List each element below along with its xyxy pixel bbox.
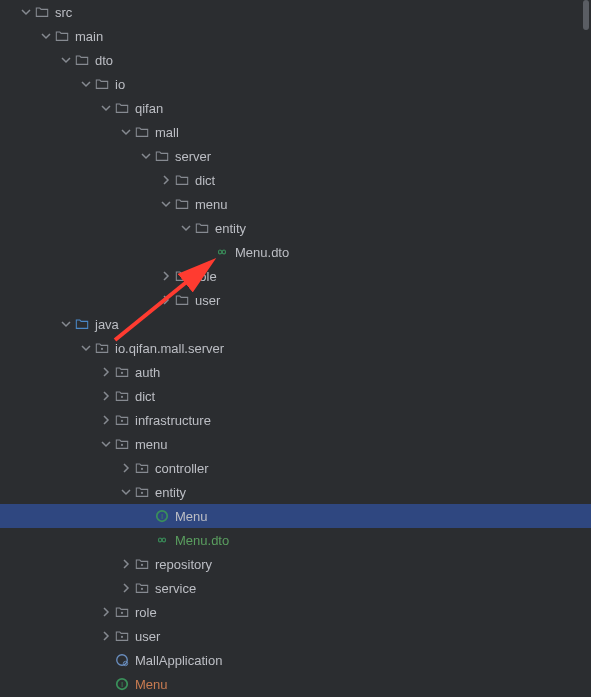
tree-node-label: mall xyxy=(155,125,179,140)
tree-node-auth[interactable]: auth xyxy=(0,360,591,384)
interface-icon: I xyxy=(114,676,130,692)
dto-file-icon xyxy=(154,532,170,548)
dto-file-icon xyxy=(214,244,230,260)
chevron-right-icon[interactable] xyxy=(118,580,134,596)
tree-node-menu[interactable]: menu xyxy=(0,192,591,216)
folder-icon xyxy=(134,124,150,140)
package-icon xyxy=(114,628,130,644)
tree-node-label: Menu.dto xyxy=(175,533,229,548)
tree-node-server[interactable]: server xyxy=(0,144,591,168)
tree-node-service[interactable]: service xyxy=(0,576,591,600)
tree-node-label: server xyxy=(175,149,211,164)
interface-icon: I xyxy=(154,508,170,524)
chevron-down-icon[interactable] xyxy=(58,316,74,332)
chevron-down-icon[interactable] xyxy=(78,76,94,92)
tree-node-label: controller xyxy=(155,461,208,476)
tree-node-label: role xyxy=(195,269,217,284)
tree-node-label: Menu xyxy=(175,509,208,524)
folder-icon xyxy=(114,100,130,116)
tree-node-dict[interactable]: dict xyxy=(0,384,591,408)
svg-point-3 xyxy=(121,420,123,422)
chevron-right-icon[interactable] xyxy=(158,292,174,308)
tree-node-mall[interactable]: mall xyxy=(0,120,591,144)
tree-node-role[interactable]: role xyxy=(0,264,591,288)
folder-icon xyxy=(194,220,210,236)
chevron-down-icon[interactable] xyxy=(18,4,34,20)
package-icon xyxy=(134,556,150,572)
tree-node-label: dict xyxy=(195,173,215,188)
chevron-right-icon[interactable] xyxy=(98,388,114,404)
chevron-down-icon[interactable] xyxy=(38,28,54,44)
tree-node-dict[interactable]: dict xyxy=(0,168,591,192)
tree-node-dto[interactable]: dto xyxy=(0,48,591,72)
chevron-right-icon[interactable] xyxy=(98,412,114,428)
tree-node-user[interactable]: user xyxy=(0,288,591,312)
folder-icon xyxy=(174,196,190,212)
tree-node-user[interactable]: user xyxy=(0,624,591,648)
tree-node-label: io xyxy=(115,77,125,92)
tree-node-entity[interactable]: entity xyxy=(0,216,591,240)
chevron-right-icon[interactable] xyxy=(118,556,134,572)
chevron-down-icon[interactable] xyxy=(138,148,154,164)
chevron-down-icon[interactable] xyxy=(78,340,94,356)
tree-node-label: dict xyxy=(135,389,155,404)
chevron-down-icon[interactable] xyxy=(118,484,134,500)
tree-node-label: java xyxy=(95,317,119,332)
tree-node-menu[interactable]: IMenu xyxy=(0,672,591,696)
chevron-right-icon[interactable] xyxy=(118,460,134,476)
chevron-right-icon[interactable] xyxy=(98,364,114,380)
tree-node-label: io.qifan.mall.server xyxy=(115,341,224,356)
package-icon xyxy=(94,340,110,356)
package-icon xyxy=(134,580,150,596)
chevron-right-icon[interactable] xyxy=(158,268,174,284)
chevron-down-icon[interactable] xyxy=(98,100,114,116)
svg-point-6 xyxy=(141,492,143,494)
tree-node-menu-dto[interactable]: Menu.dto xyxy=(0,528,591,552)
tree-node-label: user xyxy=(195,293,220,308)
tree-node-label: src xyxy=(55,5,72,20)
svg-point-2 xyxy=(121,396,123,398)
package-icon xyxy=(134,460,150,476)
tree-node-label: menu xyxy=(135,437,168,452)
tree-node-label: infrastructure xyxy=(135,413,211,428)
tree-node-label: user xyxy=(135,629,160,644)
chevron-right-icon[interactable] xyxy=(98,604,114,620)
tree-node-io[interactable]: io xyxy=(0,72,591,96)
tree-node-qifan[interactable]: qifan xyxy=(0,96,591,120)
tree-node-menu[interactable]: menu xyxy=(0,432,591,456)
tree-node-java[interactable]: java xyxy=(0,312,591,336)
folder-icon xyxy=(94,76,110,92)
folder-icon xyxy=(34,4,50,20)
svg-point-10 xyxy=(141,588,143,590)
tree-node-label: service xyxy=(155,581,196,596)
scrollbar-thumb[interactable] xyxy=(583,0,589,30)
tree-node-mallapplication[interactable]: MallApplication xyxy=(0,648,591,672)
tree-node-label: main xyxy=(75,29,103,44)
tree-node-src[interactable]: src xyxy=(0,0,591,24)
svg-text:I: I xyxy=(161,512,163,521)
chevron-right-icon[interactable] xyxy=(158,172,174,188)
tree-node-infrastructure[interactable]: infrastructure xyxy=(0,408,591,432)
tree-node-controller[interactable]: controller xyxy=(0,456,591,480)
tree-node-label: entity xyxy=(215,221,246,236)
chevron-right-icon[interactable] xyxy=(98,628,114,644)
chevron-down-icon[interactable] xyxy=(178,220,194,236)
scrollbar[interactable] xyxy=(581,0,591,697)
tree-node-main[interactable]: main xyxy=(0,24,591,48)
tree-node-io-qifan-mall-server[interactable]: io.qifan.mall.server xyxy=(0,336,591,360)
source-folder-icon xyxy=(74,316,90,332)
tree-node-repository[interactable]: repository xyxy=(0,552,591,576)
tree-node-menu-dto[interactable]: Menu.dto xyxy=(0,240,591,264)
svg-point-4 xyxy=(121,444,123,446)
tree-node-menu[interactable]: IMenu xyxy=(0,504,591,528)
chevron-down-icon[interactable] xyxy=(98,436,114,452)
svg-point-12 xyxy=(121,636,123,638)
chevron-down-icon[interactable] xyxy=(158,196,174,212)
svg-point-5 xyxy=(141,468,143,470)
tree-node-entity[interactable]: entity xyxy=(0,480,591,504)
tree-node-label: dto xyxy=(95,53,113,68)
chevron-down-icon[interactable] xyxy=(118,124,134,140)
tree-node-role[interactable]: role xyxy=(0,600,591,624)
chevron-down-icon[interactable] xyxy=(58,52,74,68)
folder-icon xyxy=(74,52,90,68)
